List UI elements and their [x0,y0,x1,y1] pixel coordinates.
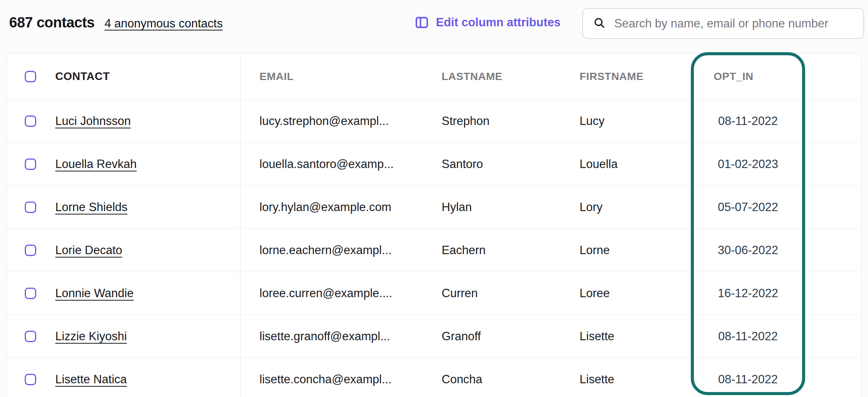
table-row: Luci Johnsson lucy.strephon@exampl... St… [6,100,862,143]
page-header: 687 contacts 4 anonymous contacts [9,14,223,31]
opt-in-cell: 08-11-2022 [691,373,805,386]
contacts-page: 687 contacts 4 anonymous contacts Edit c… [0,0,868,397]
row-checkbox[interactable] [25,374,36,385]
email-cell: lisette.granoff@exampl... [240,330,442,343]
contact-name-link[interactable]: Lorne Shields [55,200,128,214]
header-cell-contact: CONTACT [6,53,240,99]
contact-cell: Lorie Decato [6,229,240,272]
lastname-cell: Granoff [442,330,580,343]
lastname-cell: Curren [442,287,580,300]
row-checkbox[interactable] [25,245,36,256]
row-checkbox[interactable] [25,158,36,170]
column-header-lastname: LASTNAME [442,70,580,83]
table-row: Lorne Shields lory.hylan@example.com Hyl… [6,186,862,229]
table-row: Lonnie Wandie loree.curren@example.... C… [6,272,862,315]
contact-name-link[interactable]: Lonnie Wandie [55,287,134,300]
row-checkbox[interactable] [25,115,36,127]
firstname-cell: Louella [580,157,691,171]
email-cell: lory.hylan@example.com [240,200,442,214]
table-header-row: CONTACT EMAIL LASTNAME FIRSTNAME OPT_IN [6,53,862,100]
table-row: Lizzie Kiyoshi lisette.granoff@exampl...… [6,315,862,358]
table-row: Lisette Natica lisette.concha@exampl... … [6,358,862,397]
firstname-cell: Lory [580,200,691,214]
contact-name-link[interactable]: Luci Johnsson [55,114,131,128]
opt-in-cell: 08-11-2022 [691,114,805,128]
contact-cell: Lonnie Wandie [6,272,240,315]
opt-in-cell: 16-12-2022 [691,287,805,300]
table-body: Luci Johnsson lucy.strephon@exampl... St… [6,100,862,397]
firstname-cell: Lucy [580,114,691,128]
firstname-cell: Loree [580,287,691,300]
contacts-table: CONTACT EMAIL LASTNAME FIRSTNAME OPT_IN … [6,53,862,397]
lastname-cell: Strephon [442,114,580,128]
contact-name-link[interactable]: Lisette Natica [55,373,127,386]
opt-in-cell: 08-11-2022 [691,330,805,343]
contact-name-link[interactable]: Lizzie Kiyoshi [55,330,127,343]
contact-cell: Louella Revkah [6,143,240,186]
column-header-email: EMAIL [240,70,442,83]
opt-in-cell: 01-02-2023 [691,157,805,171]
contact-cell: Lorne Shields [6,186,240,229]
email-cell: loree.curren@example.... [240,287,442,300]
search-icon [593,16,606,31]
contact-name-link[interactable]: Lorie Decato [55,243,122,257]
row-checkbox[interactable] [25,331,36,342]
lastname-cell: Eachern [442,243,580,257]
contact-cell: Luci Johnsson [6,100,240,142]
lastname-cell: Hylan [442,200,580,214]
contact-cell: Lisette Natica [6,358,240,397]
row-checkbox[interactable] [25,202,36,213]
lastname-cell: Concha [442,373,580,386]
table-row: Louella Revkah louella.santoro@examp... … [6,143,862,186]
search-input[interactable] [613,16,854,31]
firstname-cell: Lorne [580,243,691,257]
edit-column-attributes-button[interactable]: Edit column attributes [415,15,561,30]
column-header-contact: CONTACT [55,70,110,83]
search-box[interactable] [582,8,864,39]
columns-icon [415,15,429,30]
email-cell: louella.santoro@examp... [240,157,442,171]
email-cell: lisette.concha@exampl... [240,373,442,386]
anonymous-contacts-link[interactable]: 4 anonymous contacts [104,17,223,30]
column-header-opt-in: OPT_IN [691,70,805,83]
email-cell: lorne.eachern@exampl... [240,243,442,257]
row-checkbox[interactable] [25,288,36,299]
opt-in-cell: 30-06-2022 [691,243,805,257]
column-header-firstname: FIRSTNAME [580,70,691,83]
select-all-checkbox[interactable] [25,71,36,82]
contact-name-link[interactable]: Louella Revkah [55,157,137,171]
firstname-cell: Lisette [580,330,691,343]
lastname-cell: Santoro [442,157,580,171]
page-title: 687 contacts [9,14,94,31]
firstname-cell: Lisette [580,373,691,386]
contact-cell: Lizzie Kiyoshi [6,315,240,358]
email-cell: lucy.strephon@exampl... [240,114,442,128]
opt-in-cell: 05-07-2022 [691,200,805,214]
table-row: Lorie Decato lorne.eachern@exampl... Eac… [6,229,862,272]
edit-column-attributes-label: Edit column attributes [436,16,561,29]
